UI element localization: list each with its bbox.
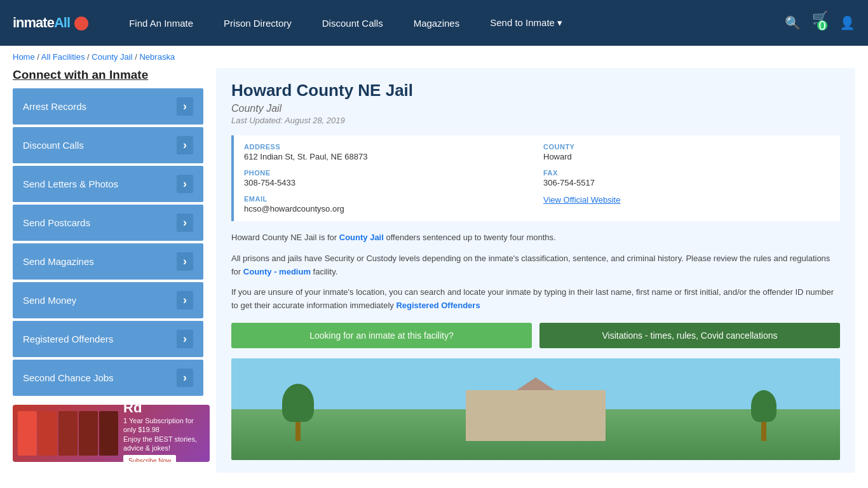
- fax-value: 306-754-5517: [543, 178, 830, 187]
- sidebar-item-send-money[interactable]: Send Money ›: [13, 282, 203, 318]
- arrow-icon-jobs: ›: [177, 369, 193, 387]
- county-medium-link[interactable]: County - medium: [243, 267, 311, 276]
- navbar: inmateAll Find An Inmate Prison Director…: [0, 0, 868, 46]
- ad-book-2: [38, 411, 57, 456]
- county-value: Howard: [543, 152, 830, 161]
- registered-offenders-link[interactable]: Registered Offenders: [396, 301, 480, 310]
- breadcrumb-nebraska[interactable]: Nebraska: [139, 52, 175, 62]
- desc1-text: Howard County NE Jail is for: [231, 233, 339, 242]
- ad-image-stack: [18, 411, 118, 456]
- description-3: If you are unsure of your inmate's locat…: [231, 286, 840, 313]
- ad-book-3: [58, 411, 78, 456]
- arrow-icon-registered: ›: [177, 330, 193, 348]
- county-block: COUNTY Howard: [543, 143, 830, 161]
- breadcrumb-all-facilities[interactable]: All Facilities: [41, 52, 85, 62]
- find-inmate-button[interactable]: Looking for an inmate at this facility?: [231, 323, 532, 348]
- nav-prison-directory[interactable]: Prison Directory: [208, 0, 307, 46]
- facility-info-grid: ADDRESS 612 Indian St, St. Paul, NE 6887…: [231, 135, 840, 221]
- facility-title: Howard County NE Jail: [231, 81, 840, 100]
- sidebar-item-registered-offenders[interactable]: Registered Offenders ›: [13, 321, 203, 357]
- ad-block: Rd 1 Year Subscription for only $19.98 E…: [13, 405, 210, 462]
- website-block: View Official Website: [543, 195, 830, 214]
- county-label: COUNTY: [543, 143, 830, 151]
- user-icon[interactable]: 👤: [839, 15, 855, 30]
- sidebar-item-send-postcards[interactable]: Send Postcards ›: [13, 205, 203, 241]
- address-label: ADDRESS: [244, 143, 531, 151]
- sidebar-item-send-magazines[interactable]: Send Magazines ›: [13, 243, 203, 280]
- sidebar-label-send-letters: Send Letters & Photos: [23, 179, 118, 189]
- email-value: hcso@howardcountyso.org: [244, 204, 531, 214]
- breadcrumb-county-jail[interactable]: County Jail: [92, 52, 132, 62]
- arrow-icon-discount: ›: [177, 136, 193, 154]
- ad-line2: Enjoy the BEST stories, advice & jokes!: [123, 435, 205, 453]
- sidebar-item-arrest-records[interactable]: Arrest Records ›: [13, 88, 203, 125]
- arrow-icon-arrest: ›: [177, 97, 193, 116]
- breadcrumb-home[interactable]: Home: [13, 52, 35, 62]
- navbar-icons: 🔍 🛒0 👤: [785, 10, 855, 36]
- main-layout: Connect with an Inmate Arrest Records › …: [0, 68, 868, 485]
- tree-right: [751, 390, 776, 441]
- ad-content: Rd 1 Year Subscription for only $19.98 E…: [123, 405, 205, 462]
- ad-logo: Rd: [123, 405, 205, 416]
- facility-image: [231, 358, 840, 460]
- sidebar-label-send-postcards: Send Postcards: [23, 217, 90, 228]
- fax-block: FAX 306-754-5517: [543, 169, 830, 187]
- phone-label: PHONE: [244, 169, 531, 177]
- ad-book-5: [99, 411, 118, 456]
- breadcrumb: Home / All Facilities / County Jail / Ne…: [0, 46, 868, 68]
- sidebar-item-send-letters[interactable]: Send Letters & Photos ›: [13, 166, 203, 202]
- logo-all: All: [54, 15, 70, 30]
- arrow-icon-magazines: ›: [177, 252, 193, 271]
- search-icon[interactable]: 🔍: [785, 15, 801, 30]
- sidebar-label-send-money: Send Money: [23, 295, 76, 306]
- desc1-end: offenders sentenced up to twenty four mo…: [384, 233, 556, 242]
- arrow-icon-money: ›: [177, 291, 193, 309]
- logo-text: inmateAll: [13, 15, 88, 31]
- nav-links: Find An Inmate Prison Directory Discount…: [114, 0, 785, 46]
- facility-content: Howard County NE Jail County Jail Last U…: [216, 68, 855, 473]
- nav-send-to-inmate[interactable]: Send to Inmate ▾: [475, 0, 578, 46]
- sidebar-label-send-magazines: Send Magazines: [23, 256, 94, 267]
- ad-line1: 1 Year Subscription for only $19.98: [123, 416, 205, 435]
- arrow-icon-postcards: ›: [177, 214, 193, 232]
- email-block: EMAIL hcso@howardcountyso.org: [244, 195, 531, 214]
- desc3-text: If you are unsure of your inmate's locat…: [231, 287, 834, 310]
- sidebar-label-registered: Registered Offenders: [23, 334, 113, 344]
- sidebar-label-second-chance: Second Chance Jobs: [23, 372, 114, 383]
- phone-value: 308-754-5433: [244, 178, 531, 187]
- sidebar-item-second-chance[interactable]: Second Chance Jobs ›: [13, 360, 203, 396]
- arrow-icon-letters: ›: [177, 175, 193, 193]
- email-label: EMAIL: [244, 195, 531, 203]
- address-value: 612 Indian St, St. Paul, NE 68873: [244, 152, 531, 161]
- facility-last-updated: Last Updated: August 28, 2019: [231, 116, 840, 125]
- action-buttons: Looking for an inmate at this facility? …: [231, 323, 840, 348]
- cart-icon[interactable]: 🛒0: [812, 10, 828, 36]
- desc2-end: facility.: [311, 267, 337, 276]
- ad-subscribe-button[interactable]: Subscribe Now: [123, 455, 176, 462]
- sidebar-item-discount-calls[interactable]: Discount Calls ›: [13, 127, 203, 163]
- sidebar: Connect with an Inmate Arrest Records › …: [13, 68, 203, 473]
- logo[interactable]: inmateAll: [13, 15, 88, 31]
- sidebar-menu: Arrest Records › Discount Calls › Send L…: [13, 88, 203, 396]
- address-block: ADDRESS 612 Indian St, St. Paul, NE 6887…: [244, 143, 531, 161]
- sidebar-label-arrest-records: Arrest Records: [23, 101, 86, 112]
- cart-badge: 0: [817, 20, 827, 30]
- fax-label: FAX: [543, 169, 830, 177]
- nav-find-inmate[interactable]: Find An Inmate: [114, 0, 208, 46]
- sidebar-label-discount-calls: Discount Calls: [23, 140, 84, 151]
- official-website-link[interactable]: View Official Website: [543, 195, 620, 205]
- description-2: All prisons and jails have Security or C…: [231, 252, 840, 279]
- connect-title: Connect with an Inmate: [13, 68, 203, 82]
- visitations-button[interactable]: Visitations - times, rules, Covid cancel…: [539, 323, 840, 348]
- phone-block: PHONE 308-754-5433: [244, 169, 531, 187]
- ad-book-4: [79, 411, 98, 456]
- tree-left: [282, 384, 314, 441]
- county-jail-link[interactable]: County Jail: [339, 233, 384, 242]
- logo-inmate: inmate: [13, 15, 54, 30]
- facility-building: [466, 390, 606, 441]
- nav-discount-calls[interactable]: Discount Calls: [307, 0, 398, 46]
- ad-book-1: [18, 411, 37, 456]
- facility-type: County Jail: [231, 103, 840, 114]
- nav-magazines[interactable]: Magazines: [398, 0, 475, 46]
- description-1: Howard County NE Jail is for County Jail…: [231, 231, 840, 245]
